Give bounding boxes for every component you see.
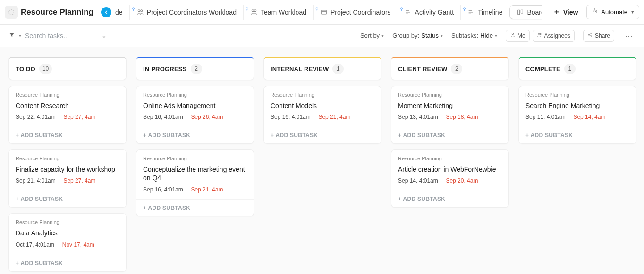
svg-point-17 <box>591 36 592 37</box>
board-column: COMPLETE1Resource PlanningSearch Engine … <box>518 57 636 144</box>
task-card[interactable]: Resource PlanningOnline Ads ManagementSe… <box>136 86 254 144</box>
column-header[interactable]: CLIENT REVIEW2 <box>391 57 509 80</box>
view-tabs: de⚲Project Coordinators Workload⚲Team Wo… <box>99 5 542 20</box>
sort-by-control[interactable]: Sort by ▾ <box>360 32 384 39</box>
card-dates: Sep 16, 4:01am–Sep 21, 4am <box>143 186 247 193</box>
card-title: Moment Marketing <box>398 101 502 110</box>
toolbar: ▾ ⌄ Sort by ▾ Group by: Status ▾ Subtask… <box>0 25 644 47</box>
card-project: Resource Planning <box>398 156 502 161</box>
assignees-label: Assignees <box>544 33 570 39</box>
filter-icon[interactable] <box>8 32 15 40</box>
view-label: de <box>115 8 123 16</box>
view-tab-activity-gantt[interactable]: ⚲Activity Gantt <box>398 5 461 20</box>
card-project: Resource Planning <box>16 92 119 98</box>
svg-point-1 <box>138 9 140 11</box>
view-tab-board[interactable]: Board <box>509 5 542 19</box>
kanban-board: TO DO10Resource PlanningContent Research… <box>0 47 644 274</box>
svg-rect-5 <box>322 10 327 14</box>
view-tab-timeline[interactable]: ⚲Timeline <box>461 5 509 20</box>
view-label: Project Coordinators Workload <box>147 8 237 16</box>
view-tab-project-coordinators[interactable]: ⚲Project Coordinators <box>314 5 398 20</box>
group-by-control[interactable]: Group by: Status ▾ <box>392 32 443 39</box>
svg-rect-8 <box>593 10 597 13</box>
svg-point-15 <box>588 34 589 35</box>
me-button[interactable]: Me <box>506 30 530 42</box>
task-card[interactable]: Resource PlanningData AnalyticsOct 17, 4… <box>8 213 127 271</box>
card-title: Content Research <box>16 101 119 110</box>
automate-button[interactable]: Automate ▾ <box>586 5 639 19</box>
card-project: Resource Planning <box>398 92 502 98</box>
svg-point-16 <box>591 33 592 34</box>
workload-icon <box>136 8 144 16</box>
sort-by-label: Sort by <box>360 32 380 39</box>
views-scroll-left[interactable] <box>101 7 111 17</box>
card-dates: Sep 16, 4:01am–Sep 21, 4am <box>271 114 374 120</box>
view-tab-team-workload[interactable]: ⚲Team Workload <box>244 5 314 20</box>
card-dates: Sep 22, 4:01am–Sep 27, 4am <box>16 114 119 120</box>
board-column: IN PROGRESS2Resource PlanningOnline Ads … <box>136 57 254 216</box>
share-label: Share <box>595 33 610 39</box>
end-date: Sep 20, 4am <box>446 177 478 184</box>
task-card[interactable]: Resource PlanningConceptualize the marke… <box>136 149 254 216</box>
add-subtask-button[interactable]: ADD SUBTASK <box>136 127 254 143</box>
column-title: COMPLETE <box>525 66 560 73</box>
chevron-down-icon: ▾ <box>441 33 443 38</box>
svg-point-13 <box>538 33 540 35</box>
search-expand[interactable]: ⌄ <box>102 32 107 39</box>
card-title: Finalize capacity for the workshop <box>16 165 119 174</box>
task-card[interactable]: Resource PlanningContent ResearchSep 22,… <box>8 86 127 144</box>
card-project: Resource Planning <box>16 156 119 161</box>
add-subtask-button[interactable]: ADD SUBTASK <box>519 127 636 143</box>
assignees-button[interactable]: Assignees <box>533 30 575 42</box>
task-card[interactable]: Resource PlanningFinalize capacity for t… <box>8 149 127 208</box>
add-subtask-button[interactable]: ADD SUBTASK <box>9 191 126 207</box>
task-card[interactable]: Resource PlanningMoment MarketingSep 13,… <box>391 86 509 144</box>
task-card[interactable]: Resource PlanningArticle creation in Web… <box>391 149 509 208</box>
add-subtask-button[interactable]: ADD SUBTASK <box>9 255 126 271</box>
share-button[interactable]: Share <box>583 30 614 42</box>
add-subtask-button[interactable]: ADD SUBTASK <box>136 199 254 216</box>
column-header[interactable]: TO DO10 <box>8 57 127 80</box>
subtasks-control[interactable]: Subtasks: Hide ▾ <box>451 32 497 39</box>
svg-rect-7 <box>521 10 523 13</box>
view-tab-project-coordinators-workload[interactable]: ⚲Project Coordinators Workload <box>130 5 244 20</box>
column-title: CLIENT REVIEW <box>398 66 447 73</box>
card-title: Article creation in WebForNewbie <box>398 165 502 174</box>
end-date: Sep 14, 4am <box>573 114 605 120</box>
start-date: Sep 16, 4:01am <box>143 114 183 120</box>
column-header[interactable]: INTERNAL REVIEW1 <box>263 57 381 80</box>
add-subtask-button[interactable]: ADD SUBTASK <box>9 127 126 143</box>
page-title: Resource Planning <box>21 8 93 17</box>
start-date: Oct 17, 4:01am <box>16 241 54 248</box>
column-title: IN PROGRESS <box>143 66 187 73</box>
column-header[interactable]: COMPLETE1 <box>518 57 636 80</box>
add-view-button[interactable]: ＋ View <box>547 4 584 20</box>
add-subtask-button[interactable]: ADD SUBTASK <box>264 127 381 143</box>
column-title: TO DO <box>16 66 35 73</box>
more-menu[interactable]: ⋯ <box>623 31 636 41</box>
pin-icon: ⚲ <box>132 7 135 11</box>
end-date: Nov 17, 4am <box>62 241 94 248</box>
board-column: CLIENT REVIEW2Resource PlanningMoment Ma… <box>391 57 509 208</box>
gantt-icon <box>467 8 475 16</box>
svg-point-14 <box>540 33 541 35</box>
task-card[interactable]: Resource PlanningSearch Engine Marketing… <box>518 86 636 144</box>
start-date: Sep 14, 4:01am <box>398 177 438 184</box>
search-input[interactable] <box>25 30 96 42</box>
view-label: Team Workload <box>261 8 306 16</box>
add-subtask-button[interactable]: ADD SUBTASK <box>391 127 508 143</box>
column-title: INTERNAL REVIEW <box>271 66 329 73</box>
filter-caret[interactable]: ▾ <box>19 33 21 38</box>
task-card[interactable]: Resource PlanningContent ModelsSep 16, 4… <box>263 86 381 144</box>
column-header[interactable]: IN PROGRESS2 <box>136 57 254 80</box>
add-subtask-button[interactable]: ADD SUBTASK <box>391 191 508 207</box>
card-project: Resource Planning <box>16 219 119 225</box>
svg-point-10 <box>595 11 596 12</box>
gantt-icon <box>405 8 412 16</box>
view-tab-fragment[interactable]: de <box>113 5 130 20</box>
box-icon <box>320 8 328 16</box>
pin-icon: ⚲ <box>463 7 466 11</box>
view-label: Board <box>527 8 542 16</box>
subtasks-value: Hide <box>480 32 493 39</box>
card-dates: Sep 14, 4:01am–Sep 20, 4am <box>398 177 502 184</box>
